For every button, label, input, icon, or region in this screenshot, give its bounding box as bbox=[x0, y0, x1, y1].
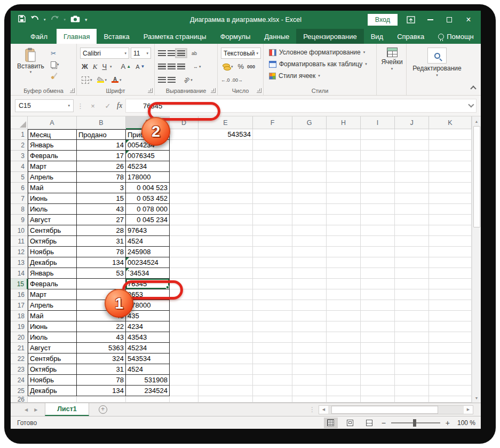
cell-F18[interactable] bbox=[253, 311, 292, 321]
cell-E18[interactable] bbox=[199, 311, 253, 321]
horizontal-scroll-thumb[interactable] bbox=[331, 406, 438, 414]
cell-G23[interactable] bbox=[292, 364, 327, 375]
cell-K8[interactable] bbox=[429, 204, 472, 215]
row-header-20[interactable]: 20 bbox=[11, 332, 28, 343]
cell-J3[interactable] bbox=[395, 151, 429, 161]
cell-G2[interactable] bbox=[292, 140, 327, 151]
cell-J9[interactable] bbox=[395, 215, 429, 225]
column-header-D[interactable]: D bbox=[170, 116, 199, 129]
cell-A25[interactable]: Декабрь bbox=[28, 386, 77, 396]
cell-J12[interactable] bbox=[395, 247, 429, 257]
cell-H14[interactable] bbox=[327, 268, 361, 279]
cell-G5[interactable] bbox=[292, 172, 327, 183]
cell-F16[interactable] bbox=[253, 289, 292, 300]
cell-I13[interactable] bbox=[361, 257, 395, 268]
cell-B7[interactable]: 15 bbox=[77, 193, 126, 204]
cell-G1[interactable] bbox=[292, 129, 327, 140]
cell-I23[interactable] bbox=[361, 364, 395, 375]
tab-insert[interactable]: Вставка bbox=[97, 29, 136, 44]
format-as-table-button[interactable]: Форматировать как таблицу▾ bbox=[269, 58, 374, 70]
cell-G14[interactable] bbox=[292, 268, 327, 279]
currency-format-button[interactable]: ▾ bbox=[221, 64, 235, 70]
cell-K5[interactable] bbox=[429, 172, 472, 183]
cell-E5[interactable] bbox=[199, 172, 253, 183]
column-header-H[interactable]: H bbox=[327, 116, 361, 129]
bold-button[interactable]: Ж bbox=[80, 62, 90, 70]
cell-D1[interactable] bbox=[170, 129, 199, 140]
row-header-15[interactable]: 15 bbox=[11, 279, 28, 289]
row-header-19[interactable]: 19 bbox=[11, 321, 28, 332]
cell-G26[interactable] bbox=[292, 396, 327, 403]
cell-D18[interactable] bbox=[170, 311, 199, 321]
cell-styles-button[interactable]: Стили ячеек▾ bbox=[269, 70, 374, 82]
cell-A4[interactable]: Март bbox=[28, 161, 77, 172]
cell-D12[interactable] bbox=[170, 247, 199, 257]
cell-B11[interactable]: 31 bbox=[77, 236, 126, 247]
cell-B16[interactable] bbox=[77, 289, 126, 300]
cell-I12[interactable] bbox=[361, 247, 395, 257]
tabbar-splitter[interactable]: ⋮ bbox=[309, 406, 315, 413]
cell-B18[interactable]: 43 bbox=[77, 311, 126, 321]
cell-I3[interactable] bbox=[361, 151, 395, 161]
cell-B10[interactable]: 28 bbox=[77, 225, 126, 236]
cell-A16[interactable]: Март bbox=[28, 289, 77, 300]
row-header-24[interactable]: 24 bbox=[11, 375, 28, 386]
cell-H18[interactable] bbox=[327, 311, 361, 321]
cell-D16[interactable] bbox=[170, 289, 199, 300]
cell-K11[interactable] bbox=[429, 236, 472, 247]
cell-D4[interactable] bbox=[170, 161, 199, 172]
cell-A12[interactable]: Ноябрь bbox=[28, 247, 77, 257]
undo-icon[interactable] bbox=[30, 15, 39, 25]
row-header-16[interactable]: 16 bbox=[11, 289, 28, 300]
cell-K26[interactable] bbox=[429, 396, 472, 403]
cell-A10[interactable]: Сентябрь bbox=[28, 225, 77, 236]
cell-C13[interactable]: 00234524 bbox=[126, 257, 170, 268]
cell-E10[interactable] bbox=[199, 225, 253, 236]
cell-B26[interactable] bbox=[77, 396, 126, 403]
row-header-26[interactable]: 26 bbox=[11, 396, 28, 403]
confirm-entry-icon[interactable]: ✓ bbox=[102, 102, 114, 110]
cell-J10[interactable] bbox=[395, 225, 429, 236]
cell-F8[interactable] bbox=[253, 204, 292, 215]
zoom-slider[interactable] bbox=[391, 422, 440, 423]
cell-D10[interactable] bbox=[170, 225, 199, 236]
cell-K4[interactable] bbox=[429, 161, 472, 172]
normal-view-button[interactable] bbox=[324, 418, 338, 428]
new-sheet-icon[interactable]: + bbox=[99, 405, 107, 414]
cell-B19[interactable]: 22 bbox=[77, 321, 126, 332]
grow-font-button[interactable]: А▲ bbox=[120, 62, 133, 70]
row-header-14[interactable]: 14 bbox=[11, 268, 28, 279]
cell-I17[interactable] bbox=[361, 300, 395, 311]
cell-G21[interactable] bbox=[292, 343, 327, 353]
cell-J24[interactable] bbox=[395, 375, 429, 386]
cell-E1[interactable]: 543534 bbox=[199, 129, 253, 140]
page-break-view-button[interactable] bbox=[362, 418, 376, 428]
cell-I11[interactable] bbox=[361, 236, 395, 247]
cell-E21[interactable] bbox=[199, 343, 253, 353]
conditional-formatting-button[interactable]: Условное форматирование▾ bbox=[269, 46, 374, 58]
cell-H12[interactable] bbox=[327, 247, 361, 257]
cell-K24[interactable] bbox=[429, 375, 472, 386]
cell-B12[interactable]: 78 bbox=[77, 247, 126, 257]
tab-page-layout[interactable]: Разметка страницы bbox=[137, 29, 213, 44]
name-box[interactable]: C15▾ bbox=[15, 99, 74, 112]
prev-sheet-icon[interactable]: ◀ bbox=[25, 407, 28, 412]
cell-G19[interactable] bbox=[292, 321, 327, 332]
cell-F20[interactable] bbox=[253, 332, 292, 343]
comma-format-button[interactable]: 000 bbox=[247, 64, 255, 69]
cell-F2[interactable] bbox=[253, 140, 292, 151]
cell-H1[interactable] bbox=[327, 129, 361, 140]
row-header-7[interactable]: 7 bbox=[11, 193, 28, 204]
cell-D17[interactable] bbox=[170, 300, 199, 311]
horizontal-scrollbar[interactable]: ◀ ▶ bbox=[319, 405, 473, 414]
cell-J6[interactable] bbox=[395, 183, 429, 193]
cell-H6[interactable] bbox=[327, 183, 361, 193]
cell-K6[interactable] bbox=[429, 183, 472, 193]
insert-function-icon[interactable]: fx bbox=[117, 101, 122, 110]
font-name-select[interactable]: Calibri▾ bbox=[80, 48, 129, 59]
merge-center-button[interactable]: ↔▾ bbox=[192, 64, 203, 69]
row-header-21[interactable]: 21 bbox=[11, 343, 28, 353]
cell-A8[interactable]: Июль bbox=[28, 204, 77, 215]
cell-H9[interactable] bbox=[327, 215, 361, 225]
cell-D9[interactable] bbox=[170, 215, 199, 225]
